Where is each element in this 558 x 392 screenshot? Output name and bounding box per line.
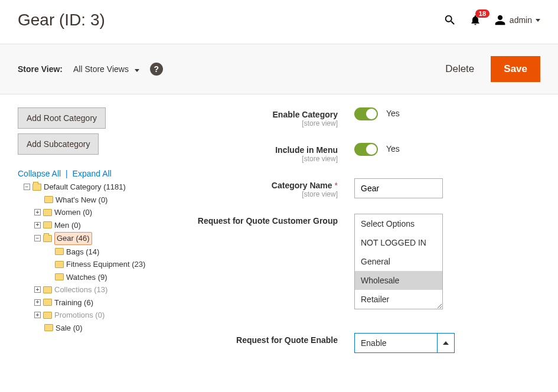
folder-icon bbox=[44, 196, 53, 203]
rfq-option-general[interactable]: General bbox=[355, 252, 442, 271]
rfq-option-wholesale[interactable]: Wholesale bbox=[355, 271, 442, 290]
category-name-label: Category Name bbox=[272, 181, 332, 190]
rfq-option-not-logged-in[interactable]: NOT LOGGED IN bbox=[355, 233, 442, 252]
expand-icon[interactable]: + bbox=[34, 209, 41, 215]
folder-icon bbox=[43, 221, 52, 228]
toggle-value: Yes bbox=[386, 143, 400, 153]
toggle-value: Yes bbox=[386, 107, 400, 118]
category-name-input[interactable] bbox=[354, 178, 443, 198]
category-tree: − Default Category (1181) What's New (0)… bbox=[18, 181, 177, 334]
include-in-menu-toggle[interactable] bbox=[354, 143, 378, 156]
scope-hint: [store view] bbox=[195, 119, 338, 128]
rfq-group-label: Request for Quote Customer Group bbox=[198, 216, 338, 226]
folder-icon bbox=[44, 324, 53, 331]
folder-icon bbox=[43, 312, 52, 319]
expand-icon[interactable]: + bbox=[34, 299, 41, 306]
folder-icon bbox=[43, 299, 52, 306]
folder-icon bbox=[43, 286, 52, 293]
tree-node-fitness[interactable]: Fitness Equipment (23) bbox=[18, 258, 177, 271]
tree-node-whats-new[interactable]: What's New (0) bbox=[18, 194, 177, 207]
include-in-menu-label: Include in Menu bbox=[275, 145, 338, 155]
chevron-down-icon bbox=[536, 19, 540, 22]
help-icon[interactable]: ? bbox=[150, 63, 163, 76]
collapse-icon[interactable]: − bbox=[24, 184, 30, 190]
expand-icon[interactable]: + bbox=[34, 312, 41, 318]
tree-node-promotions[interactable]: + Promotions (0) bbox=[18, 309, 177, 322]
expand-icon[interactable]: + bbox=[34, 286, 41, 293]
delete-button[interactable]: Delete bbox=[445, 63, 474, 75]
add-subcategory-button[interactable]: Add Subcategory bbox=[18, 133, 99, 155]
collapse-all-link[interactable]: Collapse All bbox=[18, 169, 61, 178]
enable-category-toggle[interactable] bbox=[354, 107, 378, 120]
tree-node-gear[interactable]: − Gear (46) bbox=[18, 231, 177, 246]
scope-hint: [store view] bbox=[195, 155, 338, 163]
chevron-up-icon bbox=[437, 333, 455, 353]
rfq-enable-select[interactable]: Enable bbox=[354, 333, 455, 353]
add-root-category-button[interactable]: Add Root Category bbox=[18, 107, 106, 129]
expand-all-link[interactable]: Expand All bbox=[73, 169, 112, 178]
notifications-icon[interactable]: 18 bbox=[469, 14, 481, 26]
folder-icon bbox=[43, 209, 52, 216]
admin-username: admin bbox=[510, 15, 532, 25]
store-view-selector[interactable]: All Store Views bbox=[73, 64, 139, 74]
notification-badge: 18 bbox=[475, 9, 490, 18]
enable-category-label: Enable Category bbox=[273, 110, 338, 119]
folder-open-icon bbox=[43, 235, 52, 242]
chevron-down-icon bbox=[135, 69, 139, 72]
folder-icon bbox=[55, 273, 64, 280]
expand-icon[interactable]: + bbox=[34, 222, 41, 228]
tree-node-women[interactable]: + Women (0) bbox=[18, 206, 177, 219]
folder-open-icon bbox=[32, 184, 41, 191]
store-view-label: Store View: bbox=[18, 64, 63, 74]
scope-hint: [store view] bbox=[195, 190, 338, 198]
folder-icon bbox=[55, 248, 64, 255]
tree-node-collections[interactable]: + Collections (13) bbox=[18, 283, 177, 296]
save-button[interactable]: Save bbox=[491, 56, 540, 82]
tree-node-men[interactable]: + Men (0) bbox=[18, 219, 177, 232]
tree-node-sale[interactable]: Sale (0) bbox=[18, 322, 177, 335]
search-icon[interactable] bbox=[443, 14, 456, 27]
tree-node-default-category[interactable]: − Default Category (1181) bbox=[18, 181, 177, 194]
rfq-customer-group-select[interactable]: Select Options NOT LOGGED IN General Who… bbox=[354, 214, 443, 309]
tree-node-watches[interactable]: Watches (9) bbox=[18, 271, 177, 284]
rfq-option-select[interactable]: Select Options bbox=[355, 214, 442, 233]
admin-user-menu[interactable]: admin bbox=[494, 14, 540, 26]
rfq-option-retailer[interactable]: Retailer bbox=[355, 290, 442, 309]
page-title: Gear (ID: 3) bbox=[18, 11, 443, 30]
collapse-icon[interactable]: − bbox=[34, 235, 41, 241]
tree-node-bags[interactable]: Bags (14) bbox=[18, 246, 177, 259]
tree-node-training[interactable]: + Training (6) bbox=[18, 296, 177, 309]
rfq-enable-value: Enable bbox=[354, 333, 437, 353]
folder-icon bbox=[55, 261, 64, 268]
rfq-enable-label: Request for Quote Enable bbox=[236, 335, 338, 345]
